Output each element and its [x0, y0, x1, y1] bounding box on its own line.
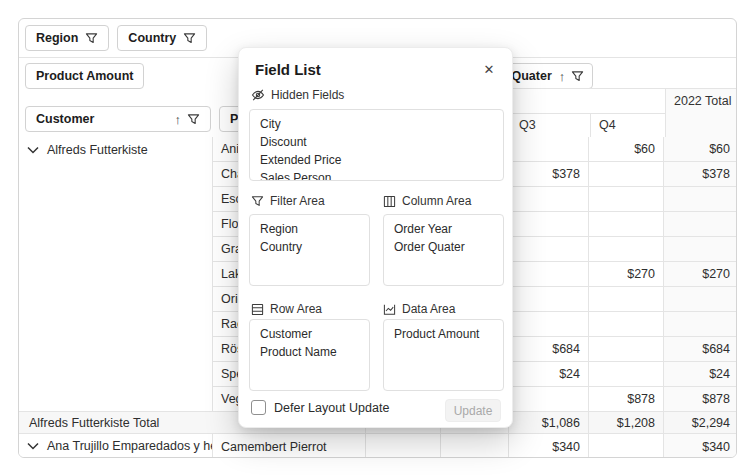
update-button[interactable]: Update: [445, 399, 501, 422]
filter-area-list: RegionCountry: [249, 214, 370, 286]
column-area-list: Order YearOrder Quater: [383, 214, 504, 286]
field-list-item[interactable]: Extended Price: [250, 151, 503, 169]
data-cell: [589, 287, 664, 312]
data-cell: [509, 237, 589, 262]
row-field-customer[interactable]: Customer ↑: [25, 106, 211, 132]
total-cell: [664, 237, 737, 262]
filter-field-region-label: Region: [36, 31, 78, 45]
data-cell: $24: [509, 362, 589, 387]
funnel-icon[interactable]: [183, 32, 196, 45]
chart-icon: [383, 303, 396, 316]
total-cell: [664, 312, 737, 337]
total-cell: [664, 287, 737, 312]
total-cell: [664, 187, 737, 212]
data-cell: [509, 287, 589, 312]
hidden-fields-header: Hidden Fields: [251, 88, 344, 102]
data-cell: [509, 212, 589, 237]
field-list-item[interactable]: City: [250, 115, 503, 133]
data-cell: [589, 312, 664, 337]
data-cell: [509, 262, 589, 287]
field-list-item[interactable]: Product Name: [250, 343, 369, 361]
data-cell: [366, 434, 441, 458]
row-area-list: CustomerProduct Name: [249, 319, 370, 391]
header-q4: Q4: [590, 114, 665, 138]
close-icon[interactable]: ✕: [479, 59, 499, 79]
filter-area-label: Filter Area: [270, 194, 325, 208]
data-area-header: Data Area: [383, 302, 455, 316]
data-cell: $340: [509, 434, 589, 458]
total-cell: $24: [664, 362, 737, 387]
funnel-icon[interactable]: [85, 32, 98, 45]
total-cell: $878: [664, 387, 737, 412]
data-cell: $684: [509, 337, 589, 362]
total-cell: $684: [664, 337, 737, 362]
row-header-product: Camembert Pierrot: [213, 434, 366, 458]
field-list-item[interactable]: Region: [250, 220, 369, 238]
chevron-down-icon[interactable]: [27, 146, 39, 154]
funnel-icon[interactable]: [571, 70, 584, 83]
defer-checkbox[interactable]: [251, 400, 266, 415]
group-total-cell: $1,208: [589, 412, 664, 434]
data-cell: [589, 237, 664, 262]
defer-layout-update[interactable]: Defer Layout Update: [251, 400, 389, 415]
filter-area-header: Filter Area: [251, 194, 325, 208]
row-area-header: Row Area: [251, 302, 322, 316]
header-grand-total: 2022 Total: [665, 89, 737, 138]
field-list-item[interactable]: Sales Person: [250, 169, 503, 181]
column-area-label: Column Area: [402, 194, 471, 208]
chevron-down-icon[interactable]: [27, 442, 39, 450]
field-list-item[interactable]: Order Year: [384, 220, 503, 238]
total-cell: $378: [664, 162, 737, 187]
hidden-fields-label: Hidden Fields: [271, 88, 344, 102]
data-cell: $378: [509, 162, 589, 187]
field-list-item[interactable]: Order Quater: [384, 238, 503, 256]
header-q3: Q3: [510, 114, 590, 138]
field-list-item[interactable]: Discount: [250, 133, 503, 151]
data-cell: [589, 337, 664, 362]
sort-up-icon[interactable]: ↑: [175, 113, 182, 126]
sort-up-icon[interactable]: ↑: [559, 70, 566, 83]
data-cell: $60: [589, 137, 664, 162]
funnel-icon: [251, 195, 264, 208]
total-cell: $340: [664, 434, 737, 458]
rows-icon: [251, 303, 264, 316]
field-list-dialog: Field List ✕ Hidden Fields CityDiscountE…: [238, 47, 513, 428]
data-cell: [509, 312, 589, 337]
row-area-label: Row Area: [270, 302, 322, 316]
data-cell: [509, 387, 589, 412]
total-cell: $60: [664, 137, 737, 162]
data-area-label: Data Area: [402, 302, 455, 316]
funnel-icon[interactable]: [187, 113, 200, 126]
defer-label: Defer Layout Update: [274, 401, 389, 415]
filter-field-region[interactable]: Region: [25, 25, 109, 51]
hidden-fields-icon: [251, 88, 265, 102]
data-cell: [589, 212, 664, 237]
data-cell: $878: [589, 387, 664, 412]
group-grand-total-cell: $2,294: [664, 412, 737, 434]
data-cell: [589, 162, 664, 187]
data-cell: $270: [589, 262, 664, 287]
hidden-fields-list: CityDiscountExtended PriceSales Person: [249, 109, 504, 181]
data-field-product-amount[interactable]: Product Amount: [25, 63, 144, 89]
columns-icon: [383, 195, 396, 208]
column-area-header: Column Area: [383, 194, 471, 208]
field-list-item[interactable]: Product Amount: [384, 325, 503, 343]
filter-field-country[interactable]: Country: [117, 25, 207, 51]
row-group-customer[interactable]: Alfreds Futterkiste: [19, 137, 213, 412]
row-field-customer-label: Customer: [36, 112, 94, 126]
dialog-title: Field List: [255, 61, 321, 78]
data-cell: [589, 362, 664, 387]
row-group-customer[interactable]: Ana Trujillo Emparedados y helados: [19, 434, 213, 458]
field-list-item[interactable]: Country: [250, 238, 369, 256]
field-list-item[interactable]: Customer: [250, 325, 369, 343]
data-cell: [509, 187, 589, 212]
data-field-label: Product Amount: [36, 69, 133, 83]
group-total-cell: $1,086: [509, 412, 589, 434]
total-cell: [664, 212, 737, 237]
data-cell: [441, 434, 509, 458]
data-cell: [589, 434, 664, 458]
total-cell: $270: [664, 262, 737, 287]
data-area-list: Product Amount: [383, 319, 504, 391]
filter-field-country-label: Country: [128, 31, 176, 45]
data-cell: [589, 187, 664, 212]
